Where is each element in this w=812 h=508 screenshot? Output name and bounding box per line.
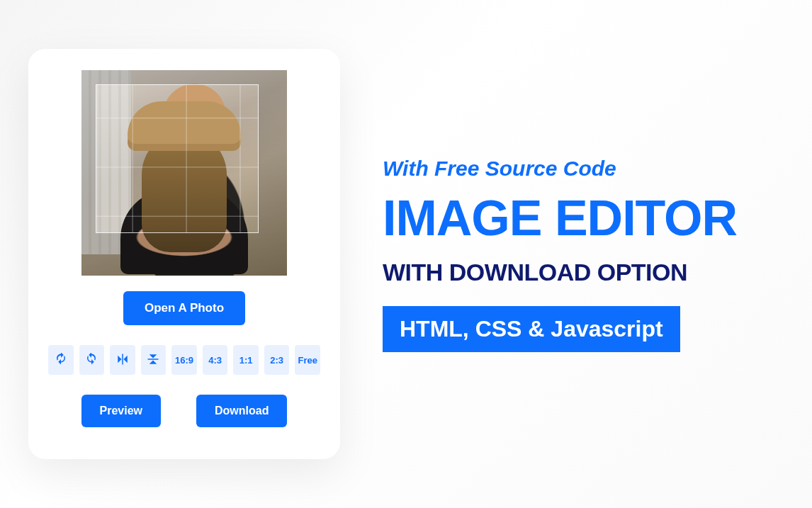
promo-tag: HTML, CSS & Javascript <box>383 306 680 352</box>
image-canvas[interactable] <box>81 70 287 276</box>
flip-vertical-icon <box>147 353 159 368</box>
rotate-right-icon <box>85 353 98 368</box>
open-photo-button[interactable]: Open A Photo <box>123 291 245 325</box>
flip-horizontal-button[interactable] <box>110 345 135 375</box>
rotate-left-icon <box>55 353 67 368</box>
flip-horizontal-icon <box>116 353 129 368</box>
flip-vertical-button[interactable] <box>141 345 167 375</box>
promo-kicker: With Free Source Code <box>383 157 784 181</box>
rotate-right-button[interactable] <box>79 345 105 375</box>
aspect-2-3-button[interactable]: 2:3 <box>264 345 290 375</box>
preview-button[interactable]: Preview <box>81 395 161 427</box>
editor-card: Open A Photo 16:9 4:3 1:1 2:3 Free <box>28 49 340 459</box>
promo-text: With Free Source Code IMAGE EDITOR WITH … <box>383 157 784 352</box>
promo-title: IMAGE EDITOR <box>383 193 784 243</box>
promo-subtitle: WITH DOWNLOAD OPTION <box>383 259 784 286</box>
aspect-16-9-button[interactable]: 16:9 <box>171 345 197 375</box>
crop-selection[interactable] <box>96 84 259 233</box>
aspect-4-3-button[interactable]: 4:3 <box>203 345 228 375</box>
rotate-left-button[interactable] <box>48 345 74 375</box>
action-row: Preview Download <box>81 395 288 427</box>
aspect-1-1-button[interactable]: 1:1 <box>233 345 259 375</box>
toolbar: 16:9 4:3 1:1 2:3 Free <box>48 345 320 375</box>
download-button[interactable]: Download <box>196 395 287 427</box>
aspect-free-button[interactable]: Free <box>295 345 320 375</box>
